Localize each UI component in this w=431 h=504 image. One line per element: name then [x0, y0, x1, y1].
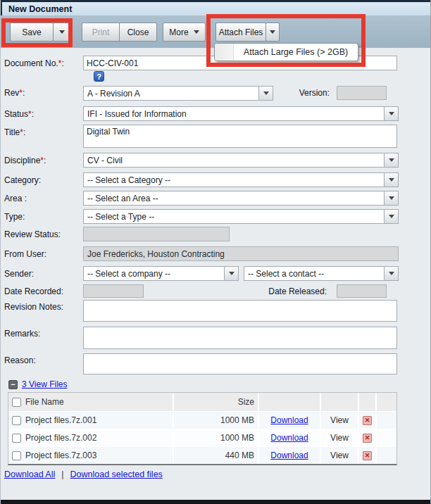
sender-label: Sender: — [4, 269, 34, 279]
help-icon[interactable]: ? — [94, 71, 104, 82]
bottom-links: Download All | Download selected files — [4, 470, 163, 479]
save-dropdown-button[interactable] — [53, 23, 70, 42]
version-label: Version: — [282, 88, 330, 98]
close-button-label: Close — [127, 27, 149, 37]
files-table-header: File Name Size — [8, 393, 396, 411]
discipline-label: Discipline*: — [4, 156, 46, 165]
status-value: IFI - Issued for Information — [84, 109, 384, 119]
file-name-cell: Project files.7z.003 — [23, 447, 174, 464]
view-link[interactable]: View — [321, 412, 359, 429]
remarks-label: Remarks: — [4, 329, 40, 339]
title-label: Title*: — [4, 127, 25, 137]
attach-files-dropdown-button[interactable] — [266, 23, 280, 42]
view-link[interactable]: View — [321, 429, 359, 446]
area-value: -- Select an Area -- — [84, 194, 384, 203]
date-released-label: Date Released: — [240, 286, 327, 296]
print-button[interactable]: Print — [82, 23, 120, 42]
table-row: Project files.7z.002 1000 MB Download Vi… — [8, 429, 396, 446]
delete-icon[interactable]: ✕ — [363, 451, 372, 460]
collapse-icon[interactable]: − — [8, 380, 18, 389]
chevron-down-icon[interactable] — [384, 107, 398, 120]
delete-icon[interactable]: ✕ — [363, 434, 372, 443]
file-size-cell: 440 MB — [174, 447, 259, 464]
chevron-down-icon[interactable] — [384, 153, 398, 167]
download-header — [259, 393, 321, 411]
chevron-down-icon — [59, 30, 65, 34]
select-all-checkbox[interactable] — [12, 398, 21, 407]
file-size-cell: 1000 MB — [174, 429, 259, 446]
row-checkbox[interactable] — [12, 416, 21, 425]
menu-icon-gutter — [215, 44, 234, 61]
reason-textarea[interactable] — [83, 353, 397, 374]
date-recorded-label: Date Recorded: — [4, 286, 63, 296]
spacer-header — [377, 393, 396, 411]
page-title: New Document — [8, 4, 72, 14]
rev-label: Rev*: — [4, 88, 25, 98]
chevron-down-icon[interactable] — [258, 87, 273, 100]
save-button-label: Save — [22, 27, 41, 37]
download-selected-link[interactable]: Download selected files — [70, 470, 163, 479]
status-label: Status*: — [4, 109, 34, 119]
revision-notes-textarea[interactable] — [83, 300, 397, 322]
type-value: -- Select a Type -- — [84, 212, 384, 222]
view-files-toggle: − 3 View Files — [8, 379, 67, 389]
sender-company-value: -- Select a company -- — [84, 269, 224, 279]
chevron-down-icon[interactable] — [384, 267, 398, 280]
type-select[interactable]: -- Select a Type -- — [83, 209, 399, 224]
discipline-select[interactable]: CV - Civil — [83, 153, 399, 168]
table-row: Project files.7z.003 440 MB Download Vie… — [8, 446, 396, 464]
status-select[interactable]: IFI - Issued for Information — [83, 106, 399, 121]
more-button-label: More — [169, 27, 188, 37]
category-value: -- Select a Category -- — [84, 175, 384, 185]
sender-contact-value: -- Select a contact -- — [244, 269, 384, 279]
chevron-down-icon[interactable] — [384, 173, 398, 187]
size-header: Size — [174, 393, 259, 411]
download-all-link[interactable]: Download All — [4, 470, 55, 479]
type-label: Type: — [4, 212, 25, 222]
chevron-down-icon[interactable] — [384, 191, 398, 205]
download-link[interactable]: Download — [270, 415, 308, 425]
file-name-header: File Name — [23, 393, 174, 411]
attach-files-button[interactable]: Attach Files — [216, 23, 266, 42]
title-textarea[interactable]: Digital Twin — [83, 125, 397, 148]
title-bar: New Document — [1, 0, 431, 15]
menu-item-attach-large-files[interactable]: Attach Large Files (> 2GB) — [234, 44, 358, 61]
delete-icon[interactable]: ✕ — [363, 416, 372, 425]
area-select[interactable]: -- Select an Area -- — [83, 191, 399, 206]
category-select[interactable]: -- Select a Category -- — [83, 172, 399, 187]
remarks-textarea[interactable] — [83, 327, 397, 349]
view-files-link[interactable]: 3 View Files — [22, 379, 67, 389]
file-name-cell: Project files.7z.001 — [23, 412, 174, 429]
help-glyph: ? — [96, 73, 101, 81]
document-no-label: Document No.*: — [4, 58, 64, 68]
view-header — [321, 393, 359, 411]
more-button[interactable]: More — [163, 23, 206, 42]
date-released-input — [337, 284, 387, 298]
rev-value: A - Revision A — [84, 89, 258, 99]
category-label: Category: — [4, 175, 41, 185]
new-document-window: New Document Save Print Close More Attac… — [0, 0, 431, 504]
from-user-input: Joe Fredericks, Houston Contracting — [83, 246, 399, 261]
discipline-value: CV - Civil — [84, 156, 384, 165]
chevron-down-icon[interactable] — [384, 210, 398, 223]
close-button[interactable]: Close — [119, 23, 157, 42]
attach-files-menu: Attach Large Files (> 2GB) — [214, 43, 358, 61]
link-separator: | — [61, 470, 63, 479]
row-checkbox[interactable] — [12, 434, 21, 443]
download-link[interactable]: Download — [270, 433, 308, 443]
save-button[interactable]: Save — [10, 23, 54, 42]
rev-select[interactable]: A - Revision A — [83, 86, 273, 101]
header-checkbox-cell — [8, 393, 23, 411]
file-size-cell: 1000 MB — [174, 412, 259, 429]
chevron-down-icon[interactable] — [224, 267, 238, 280]
from-user-label: From User: — [4, 249, 46, 259]
print-button-label: Print — [92, 27, 110, 37]
version-input — [337, 86, 387, 100]
date-recorded-input — [83, 284, 144, 298]
view-link[interactable]: View — [321, 447, 359, 464]
download-link[interactable]: Download — [270, 451, 308, 460]
bottom-bar — [1, 500, 431, 504]
sender-company-select[interactable]: -- Select a company -- — [83, 266, 239, 281]
row-checkbox[interactable] — [12, 451, 21, 460]
sender-contact-select[interactable]: -- Select a contact -- — [244, 266, 399, 281]
